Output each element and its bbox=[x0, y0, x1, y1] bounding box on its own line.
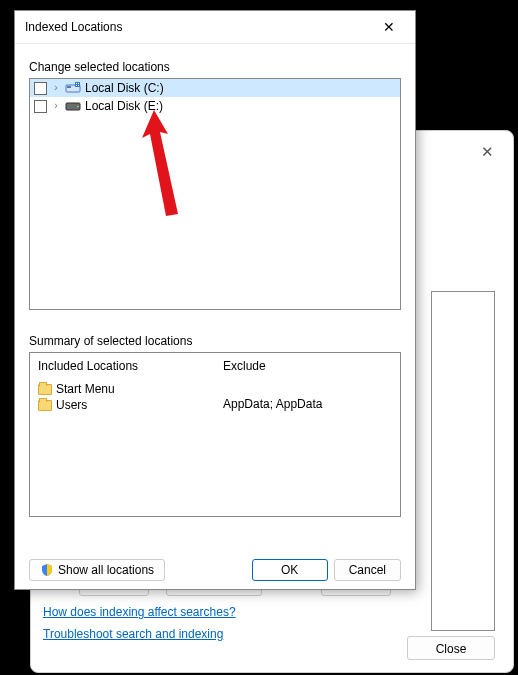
show-all-label: Show all locations bbox=[58, 560, 154, 580]
system-drive-icon bbox=[65, 82, 81, 94]
indexed-locations-dialog: Indexed Locations ✕ Change selected loca… bbox=[14, 10, 416, 590]
bg-close-x[interactable]: ✕ bbox=[471, 137, 503, 165]
included-column: Included Locations Start Menu Users bbox=[30, 353, 215, 516]
button-row: Show all locations OK Cancel bbox=[29, 559, 401, 581]
expander-icon[interactable]: › bbox=[51, 83, 61, 93]
included-label: Start Menu bbox=[56, 382, 115, 396]
included-item-start-menu[interactable]: Start Menu bbox=[38, 381, 207, 397]
summary-box: Included Locations Start Menu Users Excl… bbox=[29, 352, 401, 517]
ok-button[interactable]: OK bbox=[252, 559, 328, 581]
included-item-users[interactable]: Users bbox=[38, 397, 207, 413]
bg-panel bbox=[431, 291, 495, 631]
included-label: Users bbox=[56, 398, 87, 412]
cancel-button[interactable]: Cancel bbox=[334, 559, 401, 581]
hdd-drive-icon bbox=[65, 100, 81, 112]
dialog-title: Indexed Locations bbox=[25, 20, 122, 34]
locations-tree[interactable]: › Local Disk (C:) › Local Disk (E:) bbox=[29, 78, 401, 310]
close-x-button[interactable]: ✕ bbox=[369, 13, 409, 41]
exclude-column: Exclude AppData; AppData bbox=[215, 353, 400, 516]
tree-label: Local Disk (E:) bbox=[85, 99, 163, 113]
included-header: Included Locations bbox=[38, 359, 207, 373]
bg-close-button[interactable]: Close bbox=[407, 636, 495, 660]
bg-link-indexing-searches[interactable]: How does indexing affect searches? bbox=[43, 605, 236, 619]
svg-rect-3 bbox=[76, 83, 77, 84]
svg-rect-5 bbox=[76, 85, 77, 86]
checkbox-local-disk-c[interactable] bbox=[34, 82, 47, 95]
expander-icon[interactable]: › bbox=[51, 101, 61, 111]
exclude-text: AppData; AppData bbox=[223, 397, 392, 411]
summary-label: Summary of selected locations bbox=[29, 334, 401, 348]
tree-row-local-disk-e[interactable]: › Local Disk (E:) bbox=[30, 97, 400, 115]
shield-icon bbox=[40, 563, 54, 577]
titlebar: Indexed Locations ✕ bbox=[15, 11, 415, 44]
folder-icon bbox=[38, 400, 52, 411]
change-locations-label: Change selected locations bbox=[29, 60, 401, 74]
folder-icon bbox=[38, 384, 52, 395]
svg-rect-2 bbox=[75, 82, 80, 87]
svg-rect-4 bbox=[78, 83, 79, 84]
svg-rect-1 bbox=[67, 86, 71, 88]
svg-rect-6 bbox=[78, 85, 79, 86]
tree-label: Local Disk (C:) bbox=[85, 81, 164, 95]
bg-link-troubleshoot[interactable]: Troubleshoot search and indexing bbox=[43, 627, 223, 641]
tree-row-local-disk-c[interactable]: › Local Disk (C:) bbox=[30, 79, 400, 97]
checkbox-local-disk-e[interactable] bbox=[34, 100, 47, 113]
exclude-header: Exclude bbox=[223, 359, 392, 373]
dialog-body: Change selected locations › Local Disk (… bbox=[15, 44, 415, 591]
show-all-locations-button[interactable]: Show all locations bbox=[29, 559, 165, 581]
svg-point-8 bbox=[77, 106, 79, 108]
